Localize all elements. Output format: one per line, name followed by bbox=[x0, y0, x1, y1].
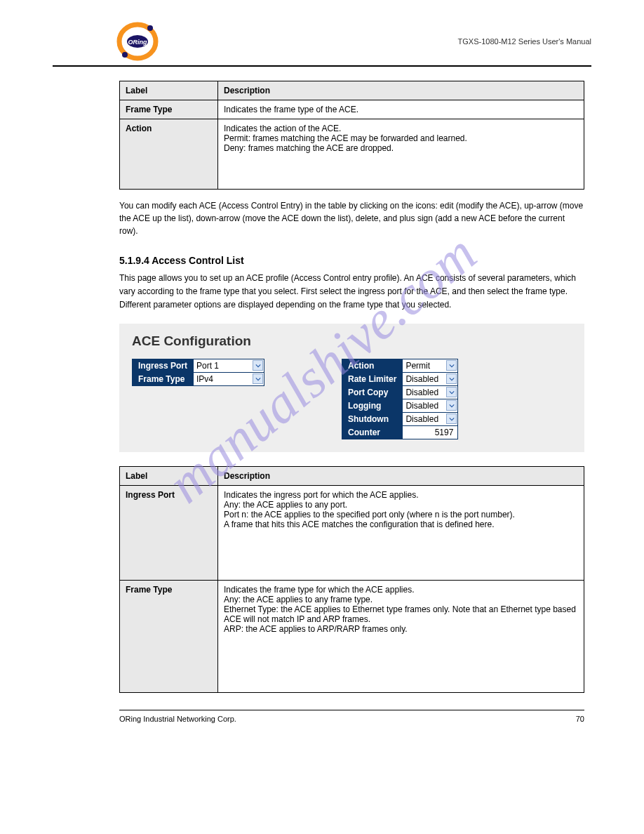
rate-limiter-value: Disabled bbox=[405, 374, 438, 384]
ft-desc-line: Indicates the frame type for which the A… bbox=[224, 585, 578, 595]
cell-frame-type-desc2: Indicates the frame type for which the A… bbox=[218, 580, 584, 692]
counter-value: 5197 bbox=[403, 425, 458, 439]
rate-limiter-select[interactable]: Disabled bbox=[403, 373, 457, 385]
ingress-port-select[interactable]: Port 1 bbox=[194, 359, 264, 371]
action-permit-line: Permit: frames matching the ACE may be f… bbox=[224, 133, 578, 143]
logging-label: Logging bbox=[342, 399, 403, 412]
svg-point-1 bbox=[147, 25, 153, 31]
header-row: ORing TGXS-1080-M12 Series User's Manual bbox=[53, 21, 591, 67]
chevron-down-icon bbox=[446, 360, 457, 371]
section-heading: 5.1.9.4 Access Control List bbox=[119, 255, 584, 266]
counter-label: Counter bbox=[342, 425, 403, 439]
chevron-down-icon bbox=[253, 373, 263, 384]
port-copy-select[interactable]: Disabled bbox=[403, 386, 457, 398]
shutdown-select[interactable]: Disabled bbox=[403, 413, 457, 425]
port-copy-label: Port Copy bbox=[342, 385, 403, 399]
ingress-match-line: A frame that hits this ACE matches the c… bbox=[224, 519, 578, 529]
logging-value: Disabled bbox=[405, 401, 438, 411]
cell-ingress-port-desc: Indicates the ingress port for which the… bbox=[218, 485, 584, 580]
action-deny-line: Deny: frames matching the ACE are droppe… bbox=[224, 143, 578, 153]
cell-action-label: Action bbox=[120, 119, 218, 190]
ft-ethtype-line: Ethernet Type: the ACE applies to Ethern… bbox=[224, 604, 578, 624]
frame-type-select[interactable]: IPv4 bbox=[194, 373, 264, 385]
svg-text:ORing: ORing bbox=[128, 39, 147, 46]
shutdown-label: Shutdown bbox=[342, 412, 403, 425]
brand-logo: ORing bbox=[116, 21, 159, 62]
action-select[interactable]: Permit bbox=[403, 359, 457, 371]
footer: ORing Industrial Networking Corp. 70 bbox=[119, 710, 584, 723]
chevron-down-icon bbox=[253, 360, 263, 371]
th-desc: Description bbox=[218, 466, 584, 485]
ace-config-screenshot: ACE Configuration Ingress Port Port 1 bbox=[119, 324, 584, 452]
chevron-down-icon bbox=[446, 413, 457, 424]
th-desc: Description bbox=[218, 81, 584, 100]
ingress-port-label: Ingress Port bbox=[133, 359, 194, 372]
table-ingress-frame: Label Description Ingress Port Indicates… bbox=[119, 466, 584, 693]
page-number: 70 bbox=[576, 715, 584, 723]
ingress-port-value: Port 1 bbox=[196, 361, 219, 371]
frame-type-label: Frame Type bbox=[133, 372, 194, 385]
footer-company: ORing Industrial Networking Corp. bbox=[119, 715, 236, 723]
body-paragraph: This page allows you to set up an ACE pr… bbox=[119, 272, 584, 312]
logging-select[interactable]: Disabled bbox=[403, 399, 457, 411]
ace-config-title: ACE Configuration bbox=[132, 333, 572, 349]
svg-point-2 bbox=[122, 52, 128, 58]
ace-left-panel: Ingress Port Port 1 Frame Type IP bbox=[132, 359, 264, 386]
note-block: You can modify each ACE (Access Control … bbox=[119, 199, 584, 237]
chevron-down-icon bbox=[446, 387, 457, 397]
ingress-desc-line: Indicates the ingress port for which the… bbox=[224, 490, 578, 500]
ace-right-panel: Action Permit Rate Limiter Disabl bbox=[342, 359, 458, 439]
rate-limiter-label: Rate Limiter bbox=[342, 372, 403, 385]
cell-frame-type-desc: Indicates the frame type of the ACE. bbox=[218, 100, 584, 119]
action-desc-line: Indicates the action of the ACE. bbox=[224, 124, 578, 133]
cell-action-desc: Indicates the action of the ACE. Permit:… bbox=[218, 119, 584, 190]
th-label: Label bbox=[120, 81, 218, 100]
cell-frame-type-label: Frame Type bbox=[120, 100, 218, 119]
shutdown-value: Disabled bbox=[405, 414, 438, 424]
ft-arp-line: ARP: the ACE applies to ARP/RARP frames … bbox=[224, 624, 578, 634]
frame-type-value: IPv4 bbox=[196, 374, 213, 384]
doc-title: TGXS-1080-M12 Series User's Manual bbox=[458, 37, 591, 46]
ingress-any-line: Any: the ACE applies to any port. bbox=[224, 500, 578, 510]
table-frame-action: Label Description Frame Type Indicates t… bbox=[119, 81, 584, 190]
cell-frame-type-label2: Frame Type bbox=[120, 580, 218, 692]
cell-ingress-port-label: Ingress Port bbox=[120, 485, 218, 580]
th-label: Label bbox=[120, 466, 218, 485]
action-value: Permit bbox=[405, 361, 430, 371]
chevron-down-icon bbox=[446, 400, 457, 411]
ft-any-line: Any: the ACE applies to any frame type. bbox=[224, 595, 578, 604]
ingress-portn-line: Port n: the ACE applies to the specified… bbox=[224, 510, 578, 519]
chevron-down-icon bbox=[446, 373, 457, 384]
action-label: Action bbox=[342, 359, 403, 372]
port-copy-value: Disabled bbox=[405, 388, 438, 397]
